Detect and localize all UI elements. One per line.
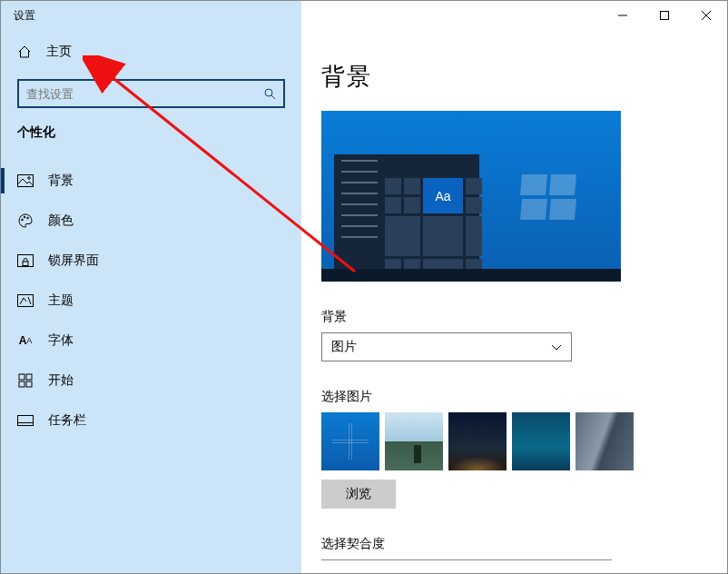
chevron-down-icon [551,340,562,354]
fonts-icon: AA [17,332,34,349]
palette-icon [17,213,34,229]
nav-item-taskbar[interactable]: 任务栏 [1,401,301,440]
settings-window: 设置 主页 [0,0,728,574]
nav-label: 背景 [48,173,74,189]
nav-label: 颜色 [48,213,74,229]
background-label: 背景 [321,309,727,325]
content-pane: 背景 Aa 背景 [301,30,727,573]
svg-point-4 [265,89,272,96]
svg-rect-14 [19,374,25,380]
minimize-button[interactable] [602,1,644,30]
thumb-2[interactable] [385,412,443,470]
preview-aa-tile: Aa [423,178,463,213]
svg-rect-11 [18,255,34,267]
thumb-3[interactable] [448,412,507,470]
titlebar: 设置 [1,1,727,30]
separator [321,559,612,560]
search-box[interactable] [17,79,285,108]
browse-button[interactable]: 浏览 [321,480,396,509]
nav-item-start[interactable]: 开始 [1,361,301,401]
fit-label: 选择契合度 [321,536,727,552]
nav-label: 锁屏界面 [48,252,99,269]
start-icon [17,372,34,389]
taskbar-icon [17,412,34,429]
windows-logo-icon [521,174,576,220]
svg-point-10 [27,217,29,219]
svg-point-7 [28,177,31,180]
nav-label: 任务栏 [48,412,86,429]
home-link[interactable]: 主页 [1,30,301,74]
app-title: 设置 [14,8,35,24]
picture-thumbnails [321,412,727,470]
category-label: 个性化 [1,124,301,148]
svg-rect-12 [23,262,28,266]
svg-rect-6 [18,175,34,187]
thumb-5[interactable] [576,412,634,470]
svg-rect-17 [26,381,32,387]
svg-point-8 [22,219,24,221]
themes-icon [17,292,34,309]
page-title: 背景 [321,61,727,93]
maximize-button[interactable] [644,1,685,30]
thumb-1[interactable] [321,412,379,470]
search-input[interactable] [26,87,263,101]
sidebar: 主页 个性化 [1,30,301,573]
nav-item-background[interactable]: 背景 [1,161,301,201]
home-label: 主页 [46,44,72,60]
desktop-preview: Aa [321,111,621,282]
nav-label: 字体 [48,332,74,349]
image-icon [17,173,34,189]
thumb-4[interactable] [512,412,570,470]
window-body: 主页 个性化 [1,30,727,573]
svg-rect-18 [18,416,34,426]
svg-rect-16 [19,381,25,387]
nav-label: 开始 [48,372,74,389]
nav-label: 主题 [48,292,74,309]
nav-item-fonts[interactable]: AA 字体 [1,321,301,361]
dropdown-value: 图片 [331,339,357,355]
svg-rect-1 [661,12,669,20]
lockscreen-icon [17,252,34,269]
choose-picture-label: 选择图片 [321,389,727,405]
nav-item-colors[interactable]: 颜色 [1,201,301,241]
svg-line-5 [271,95,275,99]
close-button[interactable] [685,1,727,30]
svg-point-9 [24,216,25,218]
nav-item-lockscreen[interactable]: 锁屏界面 [1,241,301,281]
nav-item-themes[interactable]: 主题 [1,281,301,321]
background-dropdown[interactable]: 图片 [321,332,572,361]
home-icon [17,45,32,59]
svg-rect-15 [26,374,32,380]
search-icon [263,87,276,100]
